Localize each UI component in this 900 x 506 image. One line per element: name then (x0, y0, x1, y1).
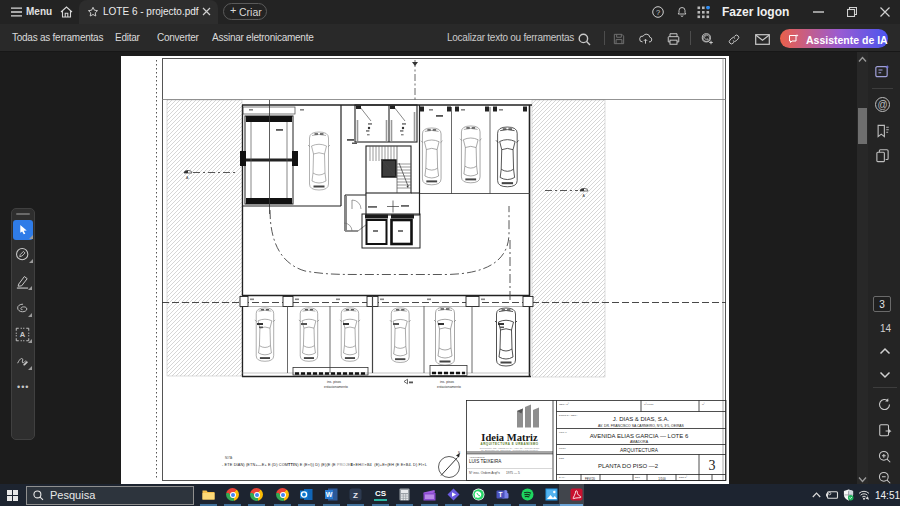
svg-text:Z: Z (353, 491, 358, 500)
svg-text:OBRA Nº: OBRA Nº (559, 402, 569, 406)
svg-text:ins. pisos: ins. pisos (327, 380, 341, 384)
svg-text:estacionamento: estacionamento (324, 385, 348, 389)
svg-text:DATA: DATA (559, 476, 565, 479)
svg-text:DES Nº: DES Nº (679, 475, 687, 479)
svg-text:W: W (326, 491, 333, 498)
svg-text:LOCAL: LOCAL (559, 431, 568, 434)
svg-text:N: N (458, 451, 460, 455)
svg-text:- ETE DIAN) (ETN+—E+ E (D) COM: - ETE DIAN) (ETN+—E+ E (D) COMTTIN) E (E… (222, 463, 427, 467)
svg-text:estacionamento: estacionamento (437, 385, 461, 389)
svg-text:3: 3 (709, 458, 716, 473)
svg-text:AV. DR. FRANCISCO SA CARNEIRO,: AV. DR. FRANCISCO SA CARNEIRO, Nº5, 3º5,… (598, 424, 684, 428)
svg-text:DES.: DES. (559, 457, 565, 460)
svg-text:Nº: Nº (702, 402, 705, 406)
svg-text:AVENIDA ELIAS GARCIA — LOTE 6: AVENIDA ELIAS GARCIA — LOTE 6 (590, 433, 689, 439)
svg-text:?: ? (656, 8, 660, 17)
svg-text:ARQUITECTURA: ARQUITECTURA (620, 448, 659, 453)
svg-text:T: T (499, 491, 503, 498)
svg-text:AMADORA: AMADORA (630, 440, 649, 444)
svg-text:FEV/20: FEV/20 (585, 477, 595, 481)
svg-text:PROJ.: PROJ. (559, 447, 566, 450)
svg-text:A: A (20, 330, 26, 339)
svg-text:1/100: 1/100 (658, 477, 666, 481)
svg-text:ARQUITECTURA E URBANISMO: ARQUITECTURA E URBANISMO (480, 442, 538, 446)
svg-text:PLANTA DO PISO —2: PLANTA DO PISO —2 (598, 463, 659, 469)
svg-text:DONO DA OBRA: DONO DA OBRA (559, 414, 578, 417)
svg-text:ins. pisos: ins. pisos (440, 380, 454, 384)
svg-text:NOTA:: NOTA: (225, 456, 233, 460)
svg-text:J. DIAS & DIAS, S.A.: J. DIAS & DIAS, S.A. (613, 416, 670, 422)
svg-text:NºPROC: NºPROC (644, 402, 654, 406)
svg-text:LUIS TEIXEIRA: LUIS TEIXEIRA (469, 459, 502, 464)
svg-text:ESC: ESC (635, 476, 640, 479)
svg-text:Nº insc. Ordem Arqtºs 19: Nº insc. Ordem Arqtºs 1975 — 5 (469, 471, 520, 475)
